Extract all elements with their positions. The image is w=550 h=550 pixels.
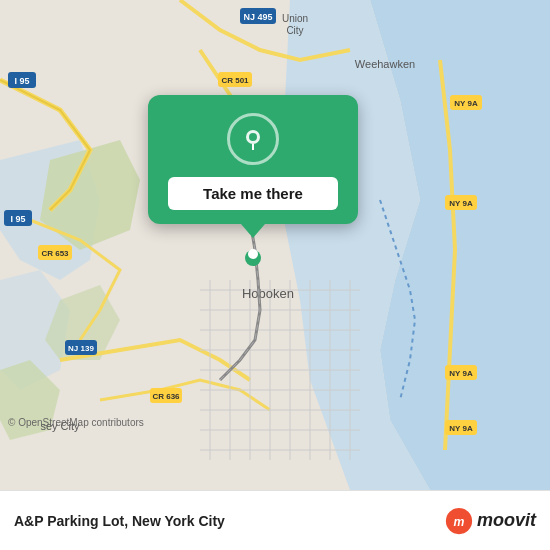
osm-attribution: © OpenStreetMap contributors — [8, 417, 144, 428]
svg-text:City: City — [286, 25, 303, 36]
svg-text:NY 9A: NY 9A — [449, 199, 473, 208]
svg-text:CR 653: CR 653 — [41, 249, 69, 258]
svg-text:m: m — [454, 515, 465, 529]
svg-text:NY 9A: NY 9A — [454, 99, 478, 108]
svg-text:NY 9A: NY 9A — [449, 424, 473, 433]
svg-text:NY 9A: NY 9A — [449, 369, 473, 378]
moovit-brand-text: moovit — [477, 510, 536, 531]
popup-card: Take me there — [148, 95, 358, 224]
svg-text:I 95: I 95 — [10, 214, 25, 224]
svg-text:NJ 495: NJ 495 — [243, 12, 272, 22]
svg-text:CR 501: CR 501 — [221, 76, 249, 85]
svg-text:Hoboken: Hoboken — [242, 286, 294, 301]
svg-text:Union: Union — [282, 13, 308, 24]
svg-text:Weehawken: Weehawken — [355, 58, 415, 70]
pin-icon — [238, 124, 268, 154]
svg-point-55 — [249, 133, 257, 141]
location-icon-circle — [227, 113, 279, 165]
take-me-there-button[interactable]: Take me there — [168, 177, 338, 210]
map-container: I 95 NJ 495 CR 501 NY 9A NY 9A NY 9A NY … — [0, 0, 550, 490]
moovit-brand-icon: m — [445, 507, 473, 535]
svg-text:CR 636: CR 636 — [152, 392, 180, 401]
moovit-logo: m moovit — [445, 507, 536, 535]
svg-text:NJ 139: NJ 139 — [68, 344, 94, 353]
location-name: A&P Parking Lot, New York City — [14, 513, 225, 529]
svg-point-53 — [248, 249, 258, 259]
svg-text:I 95: I 95 — [14, 76, 29, 86]
bottom-bar: A&P Parking Lot, New York City m moovit — [0, 490, 550, 550]
